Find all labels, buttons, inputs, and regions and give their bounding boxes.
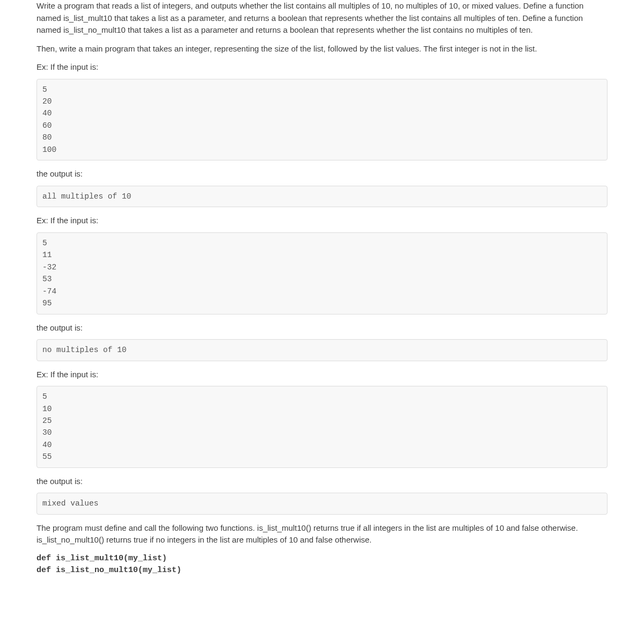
output-label-1: the output is: (36, 168, 608, 180)
example1-output-block: all multiples of 10 (36, 186, 608, 207)
example-input-label-3: Ex: If the input is: (36, 369, 608, 381)
example2-output-block: no multiples of 10 (36, 339, 608, 361)
example3-input-block: 5 10 25 30 40 55 (36, 386, 608, 468)
intro-paragraph-1: Write a program that reads a list of int… (36, 0, 608, 36)
example2-input-block: 5 11 -32 53 -74 95 (36, 232, 608, 314)
example-input-label-1: Ex: If the input is: (36, 61, 608, 74)
example1-input-block: 5 20 40 60 80 100 (36, 79, 608, 161)
problem-description: Write a program that reads a list of int… (36, 0, 608, 577)
example3-output-block: mixed values (36, 493, 608, 514)
def-line-2: def is_list_no_mult10(my_list) (36, 565, 608, 577)
intro-paragraph-2: Then, write a main program that takes an… (36, 43, 608, 55)
def-line-1: def is_list_mult10(my_list) (36, 553, 608, 565)
closing-paragraph: The program must define and call the fol… (36, 522, 608, 546)
output-label-2: the output is: (36, 322, 608, 334)
example-input-label-2: Ex: If the input is: (36, 215, 608, 227)
output-label-3: the output is: (36, 475, 608, 488)
